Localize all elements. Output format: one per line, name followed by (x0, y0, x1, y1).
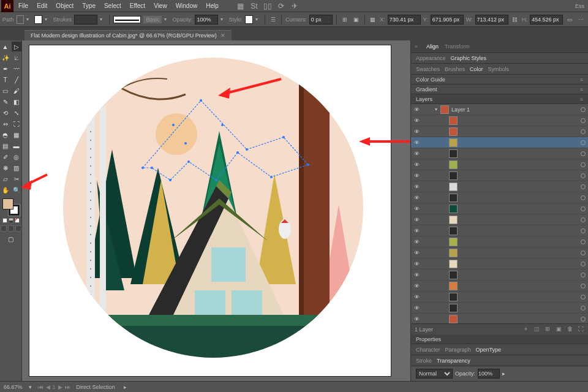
solid-color-icon[interactable] (2, 218, 7, 223)
rectangle-tool[interactable]: ▭ (1, 86, 10, 96)
target-icon[interactable] (581, 107, 586, 112)
layer-item[interactable]: 👁 (411, 270, 588, 281)
artboard-number[interactable]: 1 (53, 384, 56, 390)
layer-item[interactable]: 👁 (411, 258, 588, 270)
blend-tool[interactable]: ◎ (12, 152, 21, 162)
type-tool[interactable]: T (1, 75, 10, 85)
zoom-tool[interactable]: 🔍 (12, 185, 21, 195)
tab-layers[interactable]: Layers (416, 96, 432, 102)
tab-brushes[interactable]: Brushes (445, 66, 465, 72)
visibility-icon[interactable]: 👁 (411, 184, 422, 190)
visibility-icon[interactable]: 👁 (411, 305, 422, 311)
menu-edit[interactable]: Edit (33, 0, 51, 12)
slice-tool[interactable]: ✂ (12, 174, 21, 184)
target-icon[interactable] (581, 295, 586, 300)
zoom-level[interactable]: 66.67% (4, 384, 23, 390)
fill-dropdown[interactable]: ▾ (26, 17, 32, 22)
fill-swatch[interactable] (17, 15, 24, 24)
layers-menu-icon[interactable]: ≡ (580, 96, 583, 102)
arrange-icon[interactable]: ▯▯ (263, 1, 273, 11)
collapse-icon[interactable]: « (415, 43, 418, 50)
screen-mode-tool[interactable]: ▢ (1, 234, 21, 244)
anchor-ref-icon[interactable]: ▦ (369, 15, 378, 24)
visibility-icon[interactable]: 👁 (411, 140, 422, 146)
target-icon[interactable] (581, 217, 586, 222)
more-icon[interactable]: ⋯ (577, 15, 586, 24)
fill-stroke-indicator[interactable] (2, 198, 20, 216)
visibility-icon[interactable]: 👁 (411, 294, 422, 300)
target-icon[interactable] (581, 306, 586, 311)
gradient-head[interactable]: Gradient ≡ (411, 85, 588, 94)
stroke-dropdown[interactable]: ▾ (45, 17, 50, 22)
layer-name[interactable]: Layer 1 (451, 107, 470, 113)
layer-item[interactable]: 👁 (411, 137, 588, 148)
layer-item[interactable]: 👁 (411, 292, 588, 303)
tab-transparency[interactable]: Transparency (437, 358, 470, 364)
layer-item[interactable]: 👁 (411, 314, 588, 323)
delete-layer-icon[interactable]: 🗑 (566, 326, 573, 333)
layer-item[interactable]: 👁 (411, 236, 588, 247)
style-swatch[interactable] (245, 15, 253, 24)
next-artboard-icon[interactable]: ▶ (58, 384, 62, 390)
artboard-tool[interactable]: ▱ (1, 174, 10, 184)
curvature-tool[interactable]: 〰 (12, 64, 21, 74)
color-guide-menu-icon[interactable]: ≡ (580, 77, 583, 83)
visibility-icon[interactable]: 👁 (411, 173, 422, 179)
tab-properties[interactable]: Properties (416, 336, 441, 342)
tab-paragraph[interactable]: Paragraph (445, 347, 471, 353)
link-wh-icon[interactable]: ⛓ (511, 15, 520, 24)
free-transform-tool[interactable]: ⛶ (12, 119, 21, 129)
visibility-icon[interactable]: 👁 (411, 118, 422, 124)
menu-help[interactable]: Help (202, 0, 222, 12)
hand-tool[interactable]: ✋ (1, 185, 10, 195)
first-artboard-icon[interactable]: ⏮ (38, 384, 43, 390)
target-icon[interactable] (581, 151, 586, 156)
tab-graphic-styles[interactable]: Graphic Styles (451, 55, 487, 61)
new-sublayer-icon[interactable]: ⊞ (544, 326, 551, 333)
target-icon[interactable] (581, 251, 586, 255)
target-icon[interactable] (581, 118, 586, 123)
gradient-color-icon[interactable] (9, 218, 13, 223)
line-tool[interactable]: ╱ (12, 75, 21, 85)
close-tab-icon[interactable]: ✕ (221, 32, 225, 39)
target-icon[interactable] (581, 184, 586, 189)
menu-file[interactable]: File (15, 0, 32, 12)
canvas[interactable] (22, 40, 410, 381)
visibility-icon[interactable]: 👁 (411, 316, 422, 322)
visibility-icon[interactable]: 👁 (411, 261, 422, 267)
layer-item[interactable]: 👁 (411, 148, 588, 159)
menu-effect[interactable]: Effect (126, 0, 149, 12)
target-icon[interactable] (581, 228, 586, 233)
status-dropdown-icon[interactable]: ▸ (124, 384, 127, 390)
zoom-dropdown-icon[interactable]: ▾ (29, 384, 32, 390)
stroke-width-dropdown[interactable]: ▾ (100, 17, 105, 22)
visibility-icon[interactable]: 👁 (411, 283, 422, 289)
locate-icon[interactable]: ⌖ (522, 326, 529, 333)
shaper-tool[interactable]: ✎ (1, 97, 10, 107)
target-icon[interactable] (581, 162, 586, 167)
visibility-icon[interactable]: 👁 (411, 217, 422, 223)
opacity-dropdown[interactable]: ▾ (221, 17, 226, 22)
expand-icon[interactable]: ⛶ (577, 326, 584, 333)
layer-item[interactable]: 👁 (411, 225, 588, 236)
eraser-tool[interactable]: ◧ (12, 97, 21, 107)
y-input[interactable] (431, 15, 464, 24)
paintbrush-tool[interactable]: 🖌 (12, 86, 21, 96)
fill-color-icon[interactable] (2, 198, 13, 209)
menu-select[interactable]: Select (100, 0, 125, 12)
tab-transform[interactable]: Transform (445, 43, 470, 50)
magic-wand-tool[interactable]: ✨ (1, 53, 10, 62)
disclosure-icon[interactable]: ▾ (433, 107, 439, 112)
rotate-tool[interactable]: ⟲ (1, 108, 10, 118)
tab-symbols[interactable]: Symbols (488, 66, 510, 72)
bridge-icon[interactable]: ▦ (236, 1, 246, 11)
target-icon[interactable] (581, 195, 586, 200)
layer-item[interactable]: 👁 (411, 192, 588, 203)
color-guide-head[interactable]: Color Guide ≡ (411, 75, 588, 85)
layer-item[interactable]: 👁 (411, 126, 588, 137)
workspace-label[interactable]: Ess (575, 3, 587, 9)
none-color-icon[interactable] (15, 218, 20, 223)
tab-stroke[interactable]: Stroke (416, 358, 432, 364)
target-icon[interactable] (581, 206, 586, 211)
draw-normal-icon[interactable] (1, 225, 7, 232)
